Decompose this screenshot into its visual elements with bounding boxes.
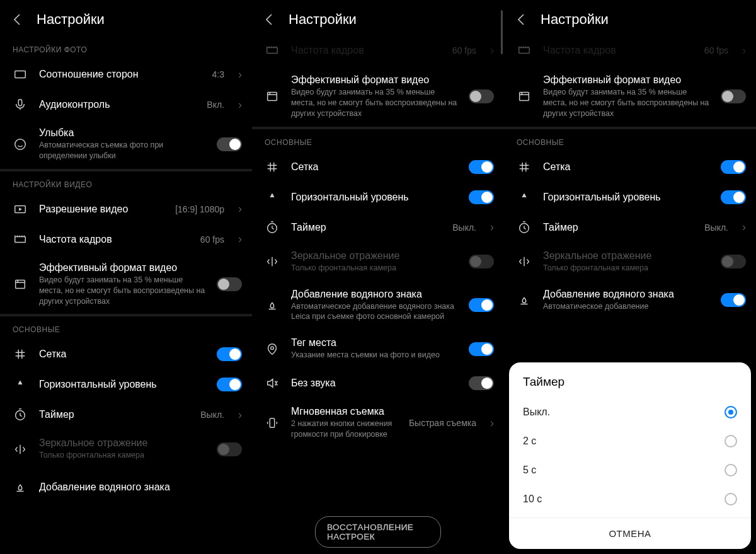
row-label: Соотношение сторон [39, 69, 201, 80]
mirror-icon [13, 442, 28, 457]
header: Настройки [0, 0, 252, 37]
row-label: Частота кадров [39, 234, 189, 245]
row-mute[interactable]: Без звука [252, 368, 504, 398]
efficient-toggle[interactable] [469, 89, 494, 103]
timer-option-5s[interactable]: 5 с [509, 456, 751, 485]
row-geotag[interactable]: Тег места Указание места съемки на фото … [252, 330, 504, 368]
restore-settings-button[interactable]: ВОССТАНОВЛЕНИЕ НАСТРОЕК [315, 516, 441, 548]
row-label: Сетка [39, 349, 205, 360]
row-grid[interactable]: Сетка [252, 152, 504, 182]
watermark-icon [13, 480, 28, 495]
row-label: Эффективный формат видео [39, 262, 205, 274]
chevron-right-icon: › [238, 408, 242, 422]
row-label: Добавление водяного знака [39, 482, 242, 493]
row-grid[interactable]: Сетка [504, 152, 756, 182]
grid-toggle[interactable] [721, 160, 746, 174]
efficient-icon [265, 89, 280, 104]
row-sub: Видео будут занимать на 35 % меньше мест… [291, 87, 457, 119]
level-icon [265, 190, 280, 205]
chevron-right-icon: › [238, 68, 242, 81]
row-efficient-video[interactable]: Эффективный формат видео Видео будут зан… [504, 67, 756, 127]
row-sub: Автоматическая съемка фото при определен… [39, 140, 205, 161]
timer-option-10s[interactable]: 10 с [509, 485, 751, 514]
row-level[interactable]: Горизонтальный уровень [0, 369, 252, 400]
radio-selected-icon [724, 406, 737, 418]
row-framerate[interactable]: Частота кадров 60 fps › [0, 224, 252, 255]
geotag-toggle[interactable] [469, 342, 494, 356]
level-icon [13, 377, 28, 392]
efficient-toggle[interactable] [721, 89, 746, 103]
aspect-icon [13, 67, 28, 82]
option-label: 5 с [523, 465, 536, 476]
chevron-right-icon: › [238, 98, 242, 112]
row-timer[interactable]: Таймер Выкл. › [252, 212, 504, 243]
row-efficient-video[interactable]: Эффективный формат видео Видео будут зан… [0, 255, 252, 315]
video-res-icon [13, 202, 28, 217]
row-value: 4:3 [212, 69, 224, 79]
header: Настройки [504, 0, 756, 37]
level-toggle[interactable] [469, 190, 494, 204]
row-grid[interactable]: Сетка [0, 339, 252, 369]
row-watermark[interactable]: Добавление водяного знака [0, 468, 252, 499]
section-main: ОСНОВНЫЕ [252, 129, 504, 152]
row-audio-control[interactable]: Аудиоконтроль Вкл. › [0, 89, 252, 120]
row-watermark[interactable]: Добавление водяного знака Автоматическое… [252, 281, 504, 330]
timer-option-2s[interactable]: 2 с [509, 427, 751, 456]
smile-toggle[interactable] [217, 137, 242, 151]
radio-icon [724, 435, 737, 447]
watermark-toggle[interactable] [721, 293, 746, 307]
row-smile[interactable]: Улыбка Автоматическая съемка фото при оп… [0, 120, 252, 169]
mirror-icon [517, 254, 532, 269]
level-toggle[interactable] [217, 378, 242, 391]
section-photo: НАСТРОЙКИ ФОТО [0, 37, 252, 59]
row-watermark[interactable]: Добавление водяного знака Автоматическое… [504, 281, 756, 320]
efficient-toggle[interactable] [217, 277, 242, 291]
chevron-right-icon: › [490, 417, 494, 430]
screen-2: Настройки Частота кадров 60 fps › Эффект… [252, 0, 504, 554]
row-video-resolution[interactable]: Разрешение видео [16:9] 1080p › [0, 194, 252, 224]
back-button[interactable] [10, 12, 25, 27]
mirror-icon [265, 254, 280, 269]
row-mirror: Зеркальное отражение Только фронтальная … [504, 243, 756, 281]
watermark-icon [517, 292, 532, 308]
back-button[interactable] [514, 12, 529, 27]
chevron-right-icon: › [238, 233, 242, 246]
header: Настройки [252, 0, 504, 37]
mirror-toggle [217, 442, 242, 456]
row-value: Выкл. [200, 410, 224, 420]
screen-3: Настройки Частота кадров 60 fps › Эффект… [504, 0, 756, 554]
watermark-toggle[interactable] [469, 298, 494, 312]
timer-bottom-sheet: Таймер Выкл. 2 с 5 с 10 с ОТМЕНА [509, 362, 751, 549]
row-level[interactable]: Горизонтальный уровень [252, 182, 504, 212]
mirror-toggle [721, 255, 746, 268]
row-efficient-video[interactable]: Эффективный формат видео Видео будут зан… [252, 67, 504, 127]
row-label: Эффективный формат видео [291, 74, 457, 86]
option-label: 2 с [523, 436, 536, 447]
timer-option-off[interactable]: Выкл. [509, 398, 751, 427]
sheet-cancel-button[interactable]: ОТМЕНА [509, 517, 751, 549]
level-toggle[interactable] [721, 190, 746, 204]
grid-toggle[interactable] [217, 347, 242, 361]
section-main: ОСНОВНЫЕ [504, 129, 756, 152]
mute-toggle[interactable] [469, 376, 494, 390]
row-value: Вкл. [207, 100, 224, 110]
timer-icon [517, 220, 532, 235]
row-timer[interactable]: Таймер Выкл. › [504, 212, 756, 243]
grid-toggle[interactable] [469, 160, 494, 174]
mirror-toggle [469, 255, 494, 268]
row-framerate-cut: Частота кадров 60 fps › [252, 37, 504, 67]
page-title: Настройки [37, 11, 105, 28]
row-timer[interactable]: Таймер Выкл. › [0, 400, 252, 430]
row-aspect-ratio[interactable]: Соотношение сторон 4:3 › [0, 59, 252, 89]
row-level[interactable]: Горизонтальный уровень [504, 182, 756, 212]
page-title: Настройки [541, 11, 609, 28]
smile-icon [13, 137, 28, 152]
row-label: Зеркальное отражение [39, 437, 205, 449]
back-button[interactable] [262, 12, 277, 27]
efficient-icon [517, 89, 532, 104]
row-instant-capture[interactable]: Мгновенная съемка 2 нажатия кнопки сниже… [252, 398, 504, 447]
radio-icon [724, 464, 737, 476]
row-label: Горизонтальный уровень [39, 379, 205, 390]
grid-icon [13, 347, 28, 362]
option-label: 10 с [523, 493, 542, 505]
